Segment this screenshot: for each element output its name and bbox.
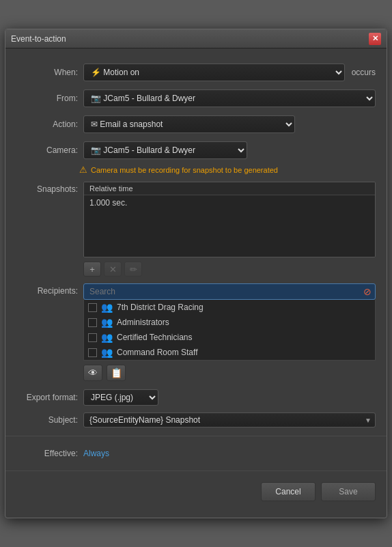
from-select[interactable]: 📷 JCam5 - Bullard & Dwyer [83, 89, 376, 107]
snapshots-table: Relative time 1.000 sec. [83, 182, 376, 257]
save-button[interactable]: Save [321, 482, 376, 501]
add-snapshot-button[interactable]: + [83, 262, 101, 277]
from-row: From: 📷 JCam5 - Bullard & Dwyer [5, 85, 387, 111]
recipient-name: Certified Technicians [117, 333, 193, 342]
warning-row: ⚠ Camera must be recording for snapshot … [5, 163, 387, 179]
recipient-checkbox[interactable] [88, 333, 97, 342]
copy-recipients-button[interactable]: 📋 [107, 365, 126, 381]
subject-chevron-down-icon: ▼ [365, 417, 372, 424]
cancel-button[interactable]: Cancel [261, 482, 316, 501]
table-body: 1.000 sec. [84, 195, 375, 257]
bottom-separator [5, 471, 387, 471]
close-button[interactable]: ✕ [369, 33, 381, 45]
action-row: Action: ✉ Email a snapshot [5, 111, 387, 137]
snapshots-area: Relative time 1.000 sec. + ✕ ✏ [83, 182, 376, 277]
title-bar: Event-to-action ✕ [5, 29, 387, 48]
camera-row: Camera: 📷 JCam5 - Bullard & Dwyer [5, 137, 387, 163]
recipient-icon: 👥 [101, 317, 113, 328]
action-controls: ✉ Email a snapshot [83, 115, 376, 133]
effective-label: Effective: [16, 449, 78, 458]
effective-link[interactable]: Always [83, 449, 109, 458]
recipient-checkbox[interactable] [88, 303, 97, 312]
warning-text: Camera must be recording for snapshot to… [91, 166, 278, 174]
occurs-label: occurs [352, 68, 376, 77]
list-item[interactable]: 👥 7th District Drag Racing [84, 300, 375, 315]
action-label: Action: [16, 120, 78, 129]
list-item[interactable]: 👥 Command Room Staff [84, 345, 375, 360]
from-controls: 📷 JCam5 - Bullard & Dwyer [83, 89, 376, 107]
subject-label: Subject: [16, 415, 78, 425]
when-controls: ⚡ Motion on occurs [83, 64, 376, 81]
from-label: From: [16, 94, 78, 103]
subject-wrapper: {SourceEntityName} Snapshot ▼ [83, 412, 376, 427]
export-select[interactable]: JPEG (.jpg) PNG (.png) [83, 389, 158, 406]
effective-row: Effective: Always [5, 442, 387, 465]
event-to-action-dialog: Event-to-action ✕ When: ⚡ Motion on occu… [5, 29, 387, 518]
recipients-area: ⊘ 👥 7th District Drag Racing 👥 Administr… [83, 283, 376, 381]
subject-value[interactable]: {SourceEntityName} Snapshot [83, 412, 376, 427]
recipient-name: 7th District Drag Racing [117, 303, 204, 312]
recipients-label: Recipients: [16, 283, 78, 296]
recipient-icon: 👥 [101, 302, 113, 313]
button-row: Cancel Save [5, 477, 387, 507]
view-recipients-button[interactable]: 👁 [83, 365, 102, 381]
camera-controls: 📷 JCam5 - Bullard & Dwyer [83, 141, 376, 159]
recipients-icons-row: 👁 📋 [83, 365, 376, 381]
when-row: When: ⚡ Motion on occurs [5, 59, 387, 85]
camera-label: Camera: [16, 145, 78, 155]
subject-text: {SourceEntityName} Snapshot [89, 415, 200, 425]
recipient-checkbox[interactable] [88, 318, 97, 327]
search-clear-icon[interactable]: ⊘ [363, 286, 372, 297]
recipient-name: Administrators [117, 318, 169, 327]
snapshot-toolbar: + ✕ ✏ [83, 262, 376, 277]
snapshots-label: Snapshots: [16, 182, 78, 194]
table-header: Relative time [84, 182, 375, 195]
recipient-checkbox[interactable] [88, 348, 97, 357]
edit-snapshot-button[interactable]: ✏ [124, 262, 142, 277]
search-input[interactable] [83, 283, 376, 300]
recipient-icon: 👥 [101, 332, 113, 343]
recipients-row: Recipients: ⊘ 👥 7th District Drag Racing… [5, 279, 387, 385]
search-wrapper: ⊘ [83, 283, 376, 300]
dialog-title: Event-to-action [11, 34, 66, 44]
camera-select[interactable]: 📷 JCam5 - Bullard & Dwyer [83, 141, 247, 159]
recipient-name: Command Room Staff [117, 348, 198, 357]
subject-row: Subject: {SourceEntityName} Snapshot ▼ [5, 410, 387, 430]
dialog-body: When: ⚡ Motion on occurs From: 📷 JCam5 -… [5, 48, 387, 518]
recipients-list: 👥 7th District Drag Racing 👥 Administrat… [83, 300, 376, 361]
action-select[interactable]: ✉ Email a snapshot [83, 115, 295, 133]
delete-snapshot-button[interactable]: ✕ [104, 262, 122, 277]
when-label: When: [16, 68, 78, 77]
list-item[interactable]: 👥 Administrators [84, 315, 375, 330]
recipient-icon: 👥 [101, 347, 113, 358]
warning-icon: ⚠ [79, 165, 87, 175]
separator [5, 436, 387, 436]
when-select[interactable]: ⚡ Motion on [83, 64, 345, 81]
export-row: Export format: JPEG (.jpg) PNG (.png) [5, 385, 387, 410]
list-item[interactable]: 👥 Certified Technicians [84, 330, 375, 345]
snapshot-row: 1.000 sec. [89, 198, 369, 208]
snapshots-row: Snapshots: Relative time 1.000 sec. + ✕ … [5, 179, 387, 279]
export-label: Export format: [16, 393, 78, 402]
